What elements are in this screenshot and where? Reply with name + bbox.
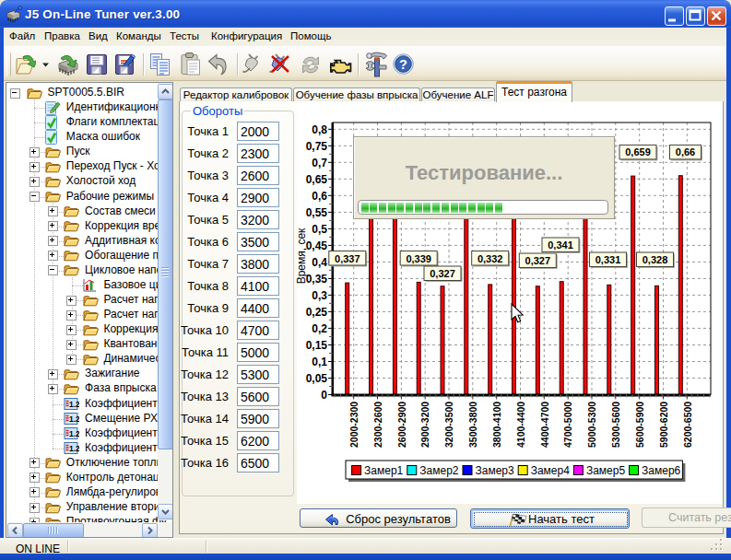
svg-text:0,328: 0,328: [643, 254, 668, 265]
svg-text:0,6: 0,6: [312, 190, 327, 203]
svg-text:2900-3200: 2900-3200: [419, 402, 430, 448]
svg-text:Время, сек: Время, сек: [295, 228, 308, 284]
svg-text:Замер5: Замер5: [586, 464, 626, 477]
svg-text:2600-2900: 2600-2900: [396, 402, 407, 448]
svg-text:0,05: 0,05: [306, 372, 328, 385]
svg-text:0,339: 0,339: [406, 253, 431, 264]
svg-text:4100-4400: 4100-4400: [515, 402, 526, 448]
svg-text:0,25: 0,25: [306, 306, 328, 319]
svg-text:4700-5000: 4700-5000: [562, 402, 573, 448]
svg-text:0,7: 0,7: [312, 157, 327, 169]
svg-text:6200-6500: 6200-6500: [682, 402, 693, 448]
svg-text:5300-5600: 5300-5600: [610, 402, 621, 448]
svg-text:5900-6200: 5900-6200: [658, 402, 669, 448]
svg-text:0,66: 0,66: [676, 146, 695, 158]
svg-text:0,332: 0,332: [478, 253, 503, 264]
svg-text:0: 0: [321, 389, 327, 402]
svg-text:0,65: 0,65: [306, 173, 328, 186]
svg-text:0,331: 0,331: [595, 254, 621, 265]
svg-text:0,2: 0,2: [312, 322, 327, 335]
svg-text:0,5: 0,5: [312, 223, 327, 236]
svg-text:Замер3: Замер3: [476, 464, 515, 477]
svg-text:0,75: 0,75: [306, 140, 328, 153]
svg-text:5600-5900: 5600-5900: [634, 402, 645, 448]
svg-text:4400-4700: 4400-4700: [539, 402, 550, 448]
svg-text:0,4: 0,4: [312, 256, 327, 269]
svg-text:Замер6: Замер6: [642, 464, 681, 477]
svg-text:0,55: 0,55: [306, 206, 328, 219]
svg-text:0,659: 0,659: [625, 146, 651, 158]
svg-text:2000-2300: 2000-2300: [348, 402, 360, 448]
svg-text:0,341: 0,341: [548, 239, 573, 251]
svg-text:Замер1: Замер1: [364, 464, 404, 477]
svg-text:0,35: 0,35: [306, 273, 328, 286]
svg-text:3200-3500: 3200-3500: [443, 402, 454, 448]
svg-text:Замер2: Замер2: [419, 464, 459, 477]
svg-text:Замер4: Замер4: [531, 464, 571, 477]
svg-text:3500-3800: 3500-3800: [467, 402, 478, 448]
svg-text:5000-5300: 5000-5300: [586, 402, 597, 448]
svg-text:3800-4100: 3800-4100: [491, 402, 502, 448]
svg-text:0,3: 0,3: [312, 289, 327, 302]
svg-text:0,337: 0,337: [335, 253, 360, 264]
svg-text:0,327: 0,327: [430, 268, 455, 279]
svg-text:0,15: 0,15: [306, 339, 328, 352]
svg-text:0,1: 0,1: [312, 356, 327, 368]
svg-text:0,45: 0,45: [306, 239, 328, 252]
svg-text:0,8: 0,8: [312, 123, 327, 136]
svg-text:0,327: 0,327: [525, 255, 551, 266]
svg-text:2300-2600: 2300-2600: [372, 402, 383, 448]
